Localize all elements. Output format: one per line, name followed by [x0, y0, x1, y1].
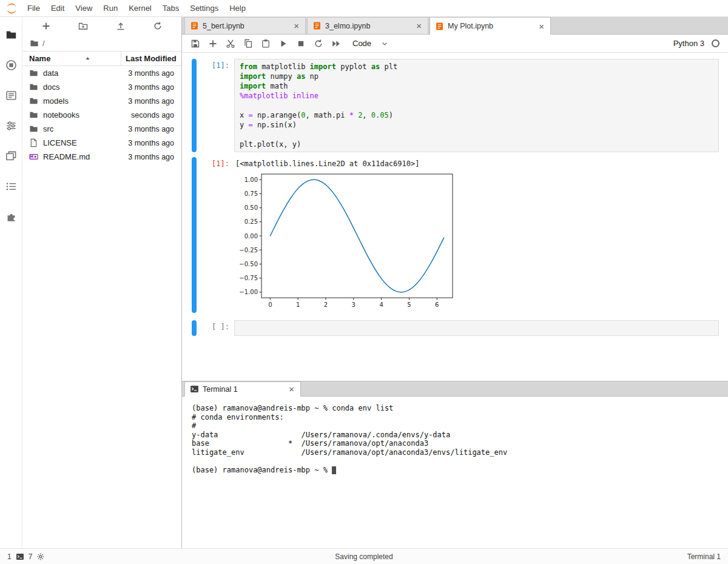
- terminal-output[interactable]: (base) ramanova@andreis-mbp ~ % conda en…: [182, 397, 728, 548]
- file-row[interactable]: notebooksseconds ago: [22, 108, 181, 122]
- file-name: README.md: [43, 152, 113, 161]
- notebook-icon: [190, 21, 199, 30]
- new-launcher-icon[interactable]: [38, 19, 54, 33]
- column-header-modified[interactable]: Last Modified: [121, 52, 181, 65]
- file-modified: 3 months ago: [113, 153, 181, 161]
- running-sessions-status[interactable]: 1 7: [7, 552, 141, 561]
- svg-text:4: 4: [379, 301, 383, 308]
- file-name: models: [43, 96, 113, 106]
- folder-icon: [29, 110, 39, 120]
- svg-text:0.00: 0.00: [244, 233, 258, 240]
- file-name: src: [43, 124, 113, 133]
- table-of-contents-icon[interactable]: [0, 171, 22, 201]
- svg-text:−0.50: −0.50: [239, 261, 258, 267]
- input-prompt: [1]:: [197, 59, 234, 152]
- file-browser-icon[interactable]: [0, 19, 22, 50]
- tab-label: Terminal 1: [203, 385, 284, 394]
- close-icon[interactable]: ×: [288, 384, 295, 394]
- file-row[interactable]: models3 months ago: [22, 94, 181, 108]
- running-sessions-icon[interactable]: [0, 50, 22, 80]
- notebook-content: [1]: from matplotlib import pyplot as pl…: [182, 53, 728, 381]
- menu-edit[interactable]: Edit: [46, 0, 70, 16]
- notebook-toolbar: Code Python 3: [182, 35, 728, 53]
- menu-kernel[interactable]: Kernel: [123, 0, 157, 16]
- file-modified: 3 months ago: [113, 125, 181, 133]
- name-column-label: Name: [29, 54, 50, 63]
- property-inspector-icon[interactable]: [0, 110, 22, 141]
- terminal-tab[interactable]: Terminal 1 ×: [184, 381, 301, 397]
- cell-output-area: [1]: [<matplotlib.lines.Line2D at 0x11da…: [192, 157, 719, 313]
- modified-column-label: Last Modified: [126, 54, 177, 63]
- close-icon[interactable]: ×: [292, 21, 300, 30]
- code-cell: [1]: from matplotlib import pyplot as pl…: [192, 59, 719, 152]
- status-bar: 1 7 Saving completed Terminal 1: [0, 548, 728, 564]
- running-terminals-count: 1: [7, 552, 12, 561]
- upload-icon[interactable]: [113, 19, 129, 33]
- menu-file[interactable]: File: [22, 0, 46, 16]
- cell-type-value: Code: [352, 39, 371, 48]
- menu-bar: FileEditViewRunKernelTabsSettingsHelp: [0, 0, 728, 17]
- menu-run[interactable]: Run: [98, 0, 123, 16]
- menu-help[interactable]: Help: [224, 0, 251, 16]
- menu-tabs[interactable]: Tabs: [157, 0, 184, 16]
- stop-icon[interactable]: [292, 36, 309, 51]
- extension-manager-icon[interactable]: [0, 201, 22, 232]
- cell-collapser[interactable]: [192, 59, 197, 152]
- run-all-icon[interactable]: [328, 36, 344, 51]
- svg-text:2: 2: [324, 301, 328, 308]
- code-editor[interactable]: from matplotlib import pyplot as pltimpo…: [234, 59, 719, 152]
- dock-tab[interactable]: 3_elmo.ipynb×: [307, 17, 428, 34]
- file-list: data3 months agodocs3 months agomodels3 …: [22, 66, 181, 164]
- refresh-icon[interactable]: [150, 19, 166, 33]
- plot-image: 1.000.750.500.250.00−0.25−0.50−0.75−1.00…: [234, 170, 719, 313]
- file-row[interactable]: src3 months ago: [22, 122, 181, 136]
- column-header-name[interactable]: Name: [22, 52, 121, 65]
- file-row[interactable]: docs3 months ago: [22, 80, 181, 94]
- tab-label: 3_elmo.ipynb: [325, 22, 411, 30]
- dock-tab[interactable]: My Plot.ipynb×: [430, 17, 551, 35]
- command-palette-icon[interactable]: [0, 80, 22, 110]
- notebook-tab-bar: 5_bert.ipynb×3_elmo.ipynb×My Plot.ipynb×: [182, 17, 728, 35]
- kernel-icon: [36, 552, 45, 561]
- kernel-name: Python 3: [673, 39, 704, 48]
- file-modified: 3 months ago: [113, 139, 181, 147]
- save-icon[interactable]: [187, 36, 203, 51]
- file-row[interactable]: README.md3 months ago: [22, 150, 181, 164]
- tab-label: 5_bert.ipynb: [203, 22, 289, 30]
- file-row[interactable]: LICENSE3 months ago: [22, 136, 181, 150]
- paste-icon[interactable]: [257, 36, 274, 51]
- svg-text:0.50: 0.50: [244, 204, 258, 211]
- open-tabs-icon[interactable]: [0, 141, 22, 171]
- file-modified: seconds ago: [113, 111, 181, 119]
- close-icon[interactable]: ×: [415, 21, 423, 30]
- run-icon[interactable]: [275, 36, 291, 51]
- close-icon[interactable]: ×: [538, 22, 545, 31]
- file-modified: 3 months ago: [113, 69, 181, 78]
- restart-icon[interactable]: [310, 36, 326, 51]
- file-row[interactable]: data3 months ago: [22, 66, 181, 80]
- terminal-cursor: [332, 466, 336, 474]
- terminal-tab-bar: Terminal 1 ×: [182, 381, 728, 397]
- empty-code-editor[interactable]: [234, 320, 719, 336]
- folder-icon: [29, 69, 39, 78]
- menu-settings[interactable]: Settings: [184, 0, 224, 16]
- new-folder-icon[interactable]: [75, 19, 91, 33]
- menu-view[interactable]: View: [70, 0, 98, 16]
- file-modified: 3 months ago: [113, 97, 181, 106]
- dock-tab[interactable]: 5_bert.ipynb×: [184, 17, 306, 34]
- jupyterlab-app: FileEditViewRunKernelTabsSettingsHelp / …: [0, 0, 728, 564]
- terminal-icon: [16, 552, 24, 561]
- breadcrumb[interactable]: /: [22, 35, 181, 51]
- cut-icon[interactable]: [222, 36, 238, 51]
- cell-collapser[interactable]: [192, 320, 197, 336]
- svg-text:−0.25: −0.25: [239, 247, 258, 253]
- breadcrumb-root[interactable]: /: [42, 39, 45, 48]
- copy-icon[interactable]: [240, 36, 256, 51]
- file-icon: [29, 138, 39, 148]
- insert-cell-icon[interactable]: [204, 36, 221, 51]
- output-prompt: [1]:: [197, 157, 234, 313]
- file-name: notebooks: [43, 110, 113, 119]
- kernel-status-icon[interactable]: [712, 39, 720, 47]
- cell-type-dropdown[interactable]: Code: [352, 39, 388, 48]
- output-collapser[interactable]: [192, 157, 197, 313]
